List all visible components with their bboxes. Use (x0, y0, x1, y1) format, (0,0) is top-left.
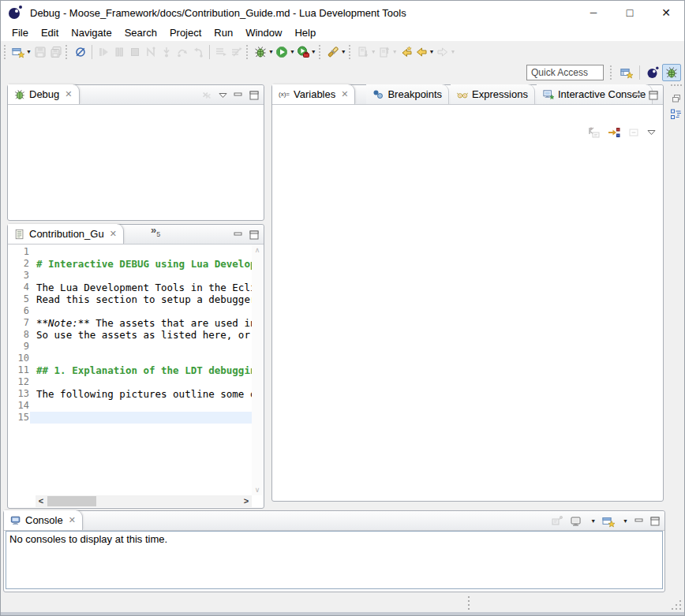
toolbar-grip[interactable] (246, 45, 252, 59)
menu-edit[interactable]: Edit (35, 26, 65, 39)
close-icon[interactable]: ✕ (69, 515, 76, 525)
external-tools-button[interactable]: ▼ (296, 43, 317, 61)
strip-grip[interactable] (671, 84, 682, 87)
editor-line[interactable]: 5Read this section to setup a debugger (9, 293, 252, 305)
line-number[interactable]: 10 (9, 353, 30, 364)
open-console-button[interactable] (602, 515, 615, 528)
maximize-view-button[interactable] (249, 230, 259, 240)
editor-horizontal-scrollbar[interactable]: < > (36, 495, 252, 507)
new-wizard-dropdown[interactable]: ▼ (26, 49, 32, 54)
tab-expressions[interactable]: Expressions (451, 84, 535, 104)
minimize-view-button[interactable] (633, 91, 642, 100)
editor-vertical-scrollbar[interactable]: ∧ ∨ (252, 245, 263, 495)
variables-view-content[interactable] (273, 105, 662, 500)
view-menu-button[interactable] (219, 90, 227, 101)
window-close-button[interactable]: ✕ (648, 1, 684, 24)
new-wizard-button[interactable]: ▼ (11, 43, 32, 61)
lua-perspective-button[interactable] (643, 64, 662, 81)
menu-run[interactable]: Run (208, 26, 239, 39)
close-icon[interactable]: ✕ (65, 89, 72, 99)
search-button[interactable]: ▼ (326, 43, 347, 61)
editor-line[interactable]: 10 (9, 353, 252, 364)
menu-help[interactable]: Help (288, 26, 322, 39)
toolbar-grip[interactable] (610, 65, 616, 80)
line-number[interactable]: 9 (9, 341, 30, 353)
line-number[interactable]: 7 (9, 317, 30, 329)
close-icon[interactable]: ✕ (341, 89, 348, 99)
menu-search[interactable]: Search (118, 26, 163, 39)
editor-line[interactable]: 13The following pictures outline some of (9, 388, 252, 400)
show-logical-structure-button[interactable] (608, 126, 620, 139)
line-number[interactable]: 15 (9, 412, 30, 424)
editor-line[interactable]: 2# Interactive DEBUG using Lua Developm (9, 258, 252, 270)
scroll-down-arrow[interactable]: ∨ (252, 484, 263, 495)
tab-debug[interactable]: Debug ✕ (8, 84, 80, 104)
line-number[interactable]: 11 (9, 364, 30, 376)
window-resize-grip[interactable] (672, 600, 681, 610)
run-dropdown[interactable]: ▼ (290, 49, 295, 54)
line-number[interactable]: 1 (9, 246, 30, 258)
external-tools-dropdown[interactable]: ▼ (311, 49, 316, 54)
display-selected-console-button[interactable] (570, 515, 582, 528)
editor-line[interactable]: 1 (9, 246, 252, 258)
quick-access-input[interactable] (526, 65, 604, 80)
close-icon[interactable]: ✕ (110, 229, 117, 239)
tab-variables[interactable]: (x)= Variables ✕ (272, 84, 355, 104)
menu-file[interactable]: File (6, 26, 35, 39)
line-number[interactable]: 3 (9, 270, 30, 282)
scroll-left-arrow[interactable]: < (36, 495, 47, 507)
line-number[interactable]: 5 (9, 293, 30, 305)
editor-line[interactable]: 12 (9, 376, 252, 388)
scroll-up-arrow[interactable]: ∧ (252, 245, 263, 256)
restore-view-button[interactable] (669, 91, 683, 106)
console-content[interactable]: No consoles to display at this time. (6, 531, 663, 589)
minimize-view-button[interactable] (234, 91, 243, 100)
open-console-dropdown[interactable]: ▼ (623, 518, 628, 524)
minimize-view-button[interactable] (634, 517, 644, 526)
outline-view-button[interactable] (669, 107, 683, 121)
window-minimize-button[interactable]: ─ (575, 1, 612, 24)
line-number[interactable]: 12 (9, 376, 30, 388)
more-editors-chevron[interactable]: »5 (151, 224, 160, 238)
line-number[interactable]: 13 (9, 388, 30, 400)
editor-line[interactable]: 4The Lua Development Tools in the Eclip (9, 282, 252, 293)
run-button[interactable]: ▼ (275, 43, 296, 61)
open-perspective-button[interactable] (617, 64, 636, 81)
editor-line[interactable]: 6 (9, 305, 252, 317)
toolbar-grip[interactable] (66, 45, 71, 59)
view-menu-button[interactable] (647, 127, 656, 138)
line-number[interactable]: 8 (9, 329, 30, 341)
debug-dropdown[interactable]: ▼ (268, 49, 274, 54)
back-button[interactable]: ▼ (414, 43, 436, 61)
menu-window[interactable]: Window (239, 26, 288, 39)
maximize-view-button[interactable] (650, 517, 660, 526)
skip-all-breakpoints-button[interactable] (73, 43, 88, 61)
editor-line[interactable]: 14 (9, 400, 252, 412)
tab-contribution-guide[interactable]: Contribution_Gu ✕ (8, 224, 124, 244)
status-bar-grip[interactable] (468, 596, 470, 609)
editor-line[interactable]: 3 (9, 270, 252, 282)
debug-view-content[interactable] (9, 105, 263, 219)
tab-breakpoints[interactable]: Breakpoints (366, 84, 449, 104)
scrollbar-thumb[interactable] (47, 496, 96, 506)
toolbar-grip[interactable] (319, 45, 324, 59)
display-console-dropdown[interactable]: ▼ (590, 518, 596, 524)
minimize-view-button[interactable] (234, 230, 243, 240)
maximize-view-button[interactable] (249, 91, 259, 100)
maximize-view-button[interactable] (649, 91, 658, 100)
search-dropdown[interactable]: ▼ (341, 49, 346, 54)
editor-content[interactable]: 12# Interactive DEBUG using Lua Developm… (9, 245, 263, 507)
editor-line[interactable]: 8So use the assets as listed here, or y (9, 329, 252, 341)
menu-navigate[interactable]: Navigate (65, 26, 118, 39)
debug-perspective-button[interactable] (662, 64, 681, 81)
tab-console[interactable]: Console ✕ (4, 510, 83, 530)
scroll-right-arrow[interactable]: > (241, 495, 252, 507)
editor-line[interactable]: 15 (9, 412, 252, 424)
toolbar-grip[interactable] (4, 45, 9, 59)
back-dropdown[interactable]: ▼ (429, 49, 435, 54)
line-number[interactable]: 6 (9, 305, 30, 317)
editor-lines[interactable]: 12# Interactive DEBUG using Lua Developm… (9, 246, 252, 495)
last-edit-location-button[interactable] (399, 43, 414, 61)
toolbar-grip[interactable] (349, 45, 354, 59)
editor-line[interactable]: 11## 1. Explanation of the LDT debugging (9, 364, 252, 376)
